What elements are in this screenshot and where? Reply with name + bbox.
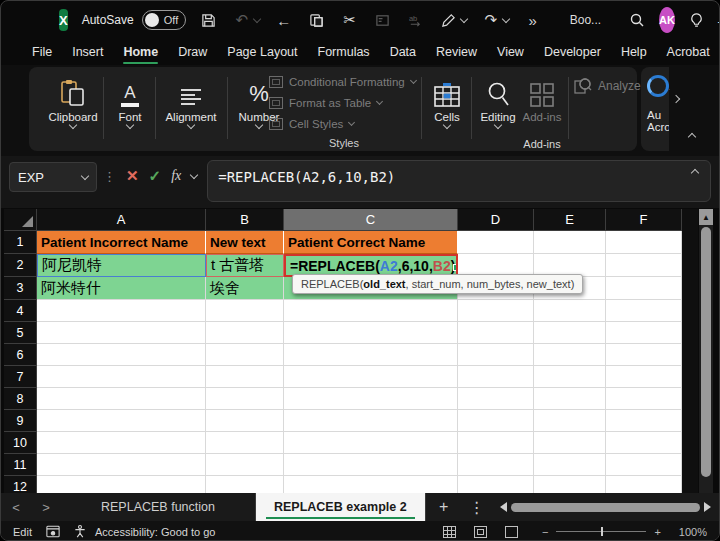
cell-a3[interactable]: 阿米特什 (37, 277, 206, 300)
tab-draw[interactable]: Draw (169, 42, 216, 62)
column-header-c[interactable]: C (284, 209, 458, 231)
cell-b2[interactable]: t 古普塔 (206, 254, 284, 277)
grid-cell[interactable] (284, 476, 458, 493)
grid-cell[interactable] (534, 410, 606, 432)
grid-cell[interactable] (284, 454, 458, 476)
cells-group[interactable]: Cells (427, 73, 467, 128)
grid-cell[interactable] (284, 432, 458, 454)
addins-group[interactable]: Add-ins (519, 73, 565, 125)
sheet-tab-replaceb-example-2[interactable]: REPLACEB example 2 (256, 493, 426, 521)
grid-cell[interactable] (606, 476, 682, 493)
cell-e1[interactable] (534, 231, 606, 254)
row-header[interactable]: 11 (4, 454, 37, 476)
font-group[interactable]: A Font (109, 73, 151, 128)
avatar[interactable]: AK (659, 7, 675, 33)
select-all-corner[interactable] (4, 209, 37, 231)
ribbon-scroll-right-button[interactable] (673, 99, 679, 102)
grid-cell[interactable] (206, 322, 284, 344)
cell-f1[interactable] (606, 231, 682, 254)
grid-cell[interactable] (606, 454, 682, 476)
vertical-scrollbar[interactable]: ▲ (699, 209, 713, 493)
grid-cell[interactable] (37, 454, 206, 476)
row-header[interactable]: 9 (4, 410, 37, 432)
row-header[interactable]: 4 (4, 300, 37, 322)
row-header[interactable]: 12 (4, 476, 37, 493)
grid-cell[interactable] (534, 322, 606, 344)
column-header-b[interactable]: B (206, 209, 284, 231)
horizontal-scroll-thumb[interactable] (511, 503, 700, 512)
grid-cell[interactable] (37, 344, 206, 366)
zoom-slider[interactable]: − + (542, 526, 661, 538)
grid-cell[interactable] (458, 432, 534, 454)
formula-input[interactable]: =REPLACEB(A2,6,10,B2) (207, 160, 711, 202)
cell-b1[interactable]: New text (206, 231, 284, 254)
expand-formula-bar-icon[interactable] (691, 169, 699, 177)
grid-cell[interactable] (458, 366, 534, 388)
column-header-f[interactable]: F (606, 209, 682, 231)
cell-f2[interactable] (606, 254, 682, 277)
next-sheet-icon[interactable]: > (31, 500, 61, 515)
confirm-entry-button[interactable]: ✓ (149, 167, 162, 185)
macro-record-icon[interactable] (46, 525, 60, 538)
accessibility-status[interactable]: Accessibility: Good to go (74, 525, 215, 538)
cut-icon[interactable]: ✂ (341, 11, 359, 29)
excel-logo-icon[interactable]: X (59, 9, 68, 31)
grid-cell[interactable] (37, 366, 206, 388)
sheet-tab-replaceb-function[interactable]: REPLACEB function (61, 493, 256, 521)
autosave-control[interactable]: AutoSave Off (82, 10, 186, 30)
grid-cell[interactable] (606, 300, 682, 322)
scroll-right-icon[interactable] (704, 502, 711, 512)
tab-page-layout[interactable]: Page Layout (218, 42, 306, 62)
formula-bar-handle[interactable]: ⋮ (103, 169, 116, 184)
grid-cell[interactable] (534, 432, 606, 454)
grid-cell[interactable] (458, 344, 534, 366)
editing-group[interactable]: Editing (475, 73, 521, 128)
grid-cell[interactable] (534, 388, 606, 410)
save-icon[interactable] (200, 11, 218, 29)
row-header[interactable]: 6 (4, 344, 37, 366)
undo-button[interactable]: ↶ (233, 11, 260, 29)
grid-cell[interactable] (534, 454, 606, 476)
grid-cell[interactable] (37, 476, 206, 493)
grid-cell[interactable] (206, 300, 284, 322)
grid-cell[interactable] (206, 454, 284, 476)
grid-cell[interactable] (458, 410, 534, 432)
grid-cell[interactable] (284, 322, 458, 344)
row-header[interactable]: 5 (4, 322, 37, 344)
row-header[interactable]: 3 (4, 277, 37, 300)
row-header[interactable]: 1 (4, 231, 37, 254)
cell-b3[interactable]: 埃舍 (206, 277, 284, 300)
grid-cell[interactable] (284, 344, 458, 366)
grid-cell[interactable] (37, 388, 206, 410)
cell-f3[interactable] (606, 277, 682, 300)
cell-d1[interactable] (458, 231, 534, 254)
tab-formulas[interactable]: Formulas (309, 42, 379, 62)
normal-view-icon[interactable] (443, 526, 456, 538)
row-header[interactable]: 10 (4, 432, 37, 454)
zoom-out-icon[interactable]: − (542, 526, 548, 538)
grid-cell[interactable] (37, 410, 206, 432)
grid-cell[interactable] (458, 476, 534, 493)
tab-acrobat[interactable]: Acrobat (658, 42, 719, 62)
scroll-left-icon[interactable] (500, 502, 507, 512)
acrobat-panel[interactable]: Au Acro (641, 67, 669, 151)
grid-cell[interactable] (458, 388, 534, 410)
search-icon[interactable] (629, 11, 645, 29)
cell-a1[interactable]: Patient Incorrect Name (37, 231, 206, 254)
grid-cell[interactable] (206, 344, 284, 366)
column-header-e[interactable]: E (534, 209, 606, 231)
grid-cell[interactable] (284, 366, 458, 388)
autosave-toggle[interactable]: Off (142, 10, 186, 30)
sheet-menu-icon[interactable]: ⋮ (462, 498, 492, 517)
ink-button[interactable] (440, 11, 467, 29)
grid-cell[interactable] (606, 366, 682, 388)
copy-icon[interactable] (308, 11, 326, 29)
row-header[interactable]: 2 (4, 254, 37, 277)
grid-cell[interactable] (458, 454, 534, 476)
grid-cell[interactable] (206, 432, 284, 454)
lightbulb-icon[interactable] (689, 11, 704, 29)
collapse-ribbon-button[interactable] (689, 137, 695, 140)
row-header[interactable]: 7 (4, 366, 37, 388)
format-as-table-button[interactable]: Format as Table (269, 92, 419, 113)
clipboard-group[interactable]: Clipboard (43, 73, 103, 128)
